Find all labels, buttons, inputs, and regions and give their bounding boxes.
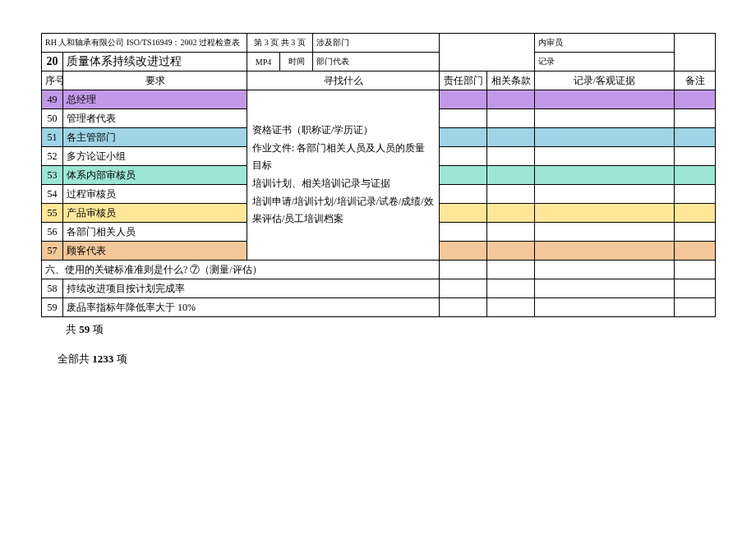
row-dept [440,204,487,223]
row-num: 52 [42,147,63,166]
row-num: 54 [42,185,63,204]
row-req: 持续改进项目按计划完成率 [63,279,440,298]
company-name: RH 人和轴承有限公司 ISO/TS16949：2002 过程检查表 [42,34,247,53]
row-dept [440,223,487,242]
row-evidence [535,185,675,204]
row-evidence [535,204,675,223]
row-req: 顾客代表 [63,242,247,261]
row-dept [440,185,487,204]
col-req: 要求 [63,71,247,90]
row-num: 55 [42,204,63,223]
row-req: 总经理 [63,90,247,109]
row-dept [440,166,487,185]
row-clause [487,109,535,128]
document-page: RH 人和轴承有限公司 ISO/TS16949：2002 过程检查表 第 3 页… [41,33,715,535]
row-num: 50 [42,109,63,128]
row-clause [487,279,535,298]
row-req: 各主管部门 [63,128,247,147]
sum2-a: 全部共 [58,353,92,365]
row-evidence [535,261,675,279]
row-evidence [535,223,675,242]
row-remark [675,298,716,317]
row-evidence [535,279,675,298]
sum2-b: 1233 [92,353,113,365]
row-num: 53 [42,166,63,185]
dept-label: 涉及部门 [313,34,440,53]
section-title: 质量体系持续改进过程 [63,53,247,71]
section-6-row: 六、使用的关键标准准则是什么? ⑦（测量/评估） [42,261,716,279]
record-label: 记录 [535,53,675,71]
row-req: 多方论证小组 [63,147,247,166]
row-dept [440,109,487,128]
row-evidence [535,242,675,261]
col-remark: 备注 [675,71,716,90]
row-remark [675,166,716,185]
row-clause [487,204,535,223]
audit-table: RH 人和轴承有限公司 ISO/TS16949：2002 过程检查表 第 3 页… [41,33,716,317]
row-dept [440,261,487,279]
row-req: 管理者代表 [63,109,247,128]
row-clause [487,166,535,185]
row-dept [440,128,487,147]
row-num: 56 [42,223,63,242]
row-remark [675,185,716,204]
sum1-a: 共 [66,323,79,335]
row-remark [675,109,716,128]
section-code: MP4 [247,53,280,71]
row-remark [675,279,716,298]
row-evidence [535,90,675,109]
row-evidence [535,298,675,317]
page-top: 第 3 页 共 3 页 [247,34,313,53]
row-num: 58 [42,279,63,298]
row-clause [487,185,535,204]
summary-line-2: 全部共 1233 项 [41,347,715,371]
row-remark [675,242,716,261]
row-remark [675,204,716,223]
row-req: 各部门相关人员 [63,223,247,242]
row-dept [440,147,487,166]
row-evidence [535,128,675,147]
row-evidence [535,109,675,128]
row-req: 废品率指标年降低率大于 10% [63,298,440,317]
table-row: 58 持续改进项目按计划完成率 [42,279,716,298]
row-clause [487,128,535,147]
sum1-b: 59 [79,323,90,335]
row-remark [675,261,716,279]
col-clause: 相关条款 [487,71,535,90]
row-req: 产品审核员 [63,204,247,223]
row-clause [487,147,535,166]
dept-value [440,34,535,71]
row-num: 49 [42,90,63,109]
row-evidence [535,147,675,166]
row-clause [487,261,535,279]
row-num: 59 [42,298,63,317]
rep-label: 部门代表 [313,53,440,71]
row-req: 体系内部审核员 [63,166,247,185]
sum2-c: 项 [113,353,127,365]
col-evidence: 记录/客观证据 [535,71,675,90]
row-remark [675,147,716,166]
col-look: 寻找什么 [247,71,440,90]
section-number: 20 [42,53,63,71]
col-seq: 序号 [42,71,63,90]
summary-line-1: 共 59 项 [41,317,715,342]
row-clause [487,298,535,317]
row-dept [440,279,487,298]
row-num: 57 [42,242,63,261]
look-block: 资格证书（职称证/学历证）作业文件: 各部门相关人员及人员的质量目标培训计划、相… [247,90,440,261]
row-req: 过程审核员 [63,185,247,204]
auditor-label: 内审员 [535,34,675,53]
row-num: 51 [42,128,63,147]
row-clause [487,223,535,242]
table-row: 49 总经理 资格证书（职称证/学历证）作业文件: 各部门相关人员及人员的质量目… [42,90,716,109]
row-clause [487,90,535,109]
col-dept: 责任部门 [440,71,487,90]
table-row: 59 废品率指标年降低率大于 10% [42,298,716,317]
row-evidence [535,166,675,185]
time-label: 时间 [280,53,313,71]
sum1-c: 项 [90,323,103,335]
column-headers: 序号 要求 寻找什么 责任部门 相关条款 记录/客观证据 备注 [42,71,716,90]
auditor-value [675,34,716,71]
row-dept [440,90,487,109]
row-remark [675,128,716,147]
